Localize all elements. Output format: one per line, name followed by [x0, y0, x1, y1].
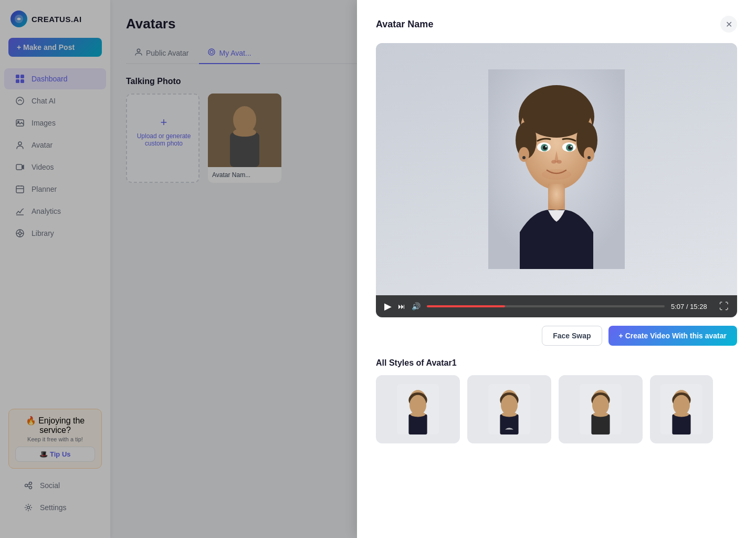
svg-point-46	[587, 156, 591, 159]
svg-rect-63	[591, 415, 610, 434]
svg-point-42	[556, 160, 562, 164]
close-button[interactable]: ✕	[720, 16, 737, 33]
style-thumbnail-3[interactable]	[559, 375, 643, 443]
play-button[interactable]: ▶	[384, 301, 392, 312]
styles-grid	[376, 375, 737, 443]
progress-fill	[427, 305, 505, 307]
progress-bar[interactable]	[427, 305, 665, 307]
svg-point-52	[411, 412, 426, 417]
svg-point-31	[519, 147, 529, 162]
svg-point-39	[545, 146, 547, 148]
svg-point-32	[584, 147, 594, 162]
svg-point-40	[571, 146, 572, 148]
next-button[interactable]: ⏭	[398, 302, 405, 311]
svg-rect-57	[500, 415, 518, 434]
modal-title: Avatar Name	[376, 19, 433, 30]
action-buttons: Face Swap + Create Video With this avata…	[376, 326, 737, 346]
all-styles-title: All Styles of Avatar1	[376, 358, 737, 368]
avatar-portrait	[488, 69, 625, 269]
video-controls: ▶ ⏭ 🔊 5:07 / 15:28 ⛶	[376, 295, 737, 317]
time-display: 5:07 / 15:28	[671, 303, 713, 311]
style-thumbnail-1[interactable]	[376, 375, 460, 443]
style-thumbnail-4[interactable]	[650, 375, 713, 443]
svg-rect-51	[408, 415, 427, 434]
svg-rect-44	[548, 184, 565, 210]
modal-header: Avatar Name ✕	[376, 16, 737, 33]
avatar-detail-panel: Avatar Name ✕	[357, 0, 756, 538]
svg-point-43	[542, 169, 571, 180]
svg-point-45	[522, 156, 526, 159]
face-swap-button[interactable]: Face Swap	[542, 326, 602, 346]
svg-rect-69	[672, 415, 690, 434]
volume-button[interactable]: 🔊	[412, 302, 421, 311]
create-video-button[interactable]: + Create Video With this avatar	[608, 326, 737, 346]
svg-point-70	[674, 412, 689, 417]
avatar-video-container: ▶ ⏭ 🔊 5:07 / 15:28 ⛶	[376, 43, 737, 317]
style-thumbnail-2[interactable]	[467, 375, 551, 443]
video-frame	[376, 43, 737, 295]
svg-point-64	[593, 412, 608, 417]
svg-point-41	[551, 160, 556, 164]
fullscreen-button[interactable]: ⛶	[719, 301, 729, 312]
svg-point-58	[502, 412, 517, 417]
